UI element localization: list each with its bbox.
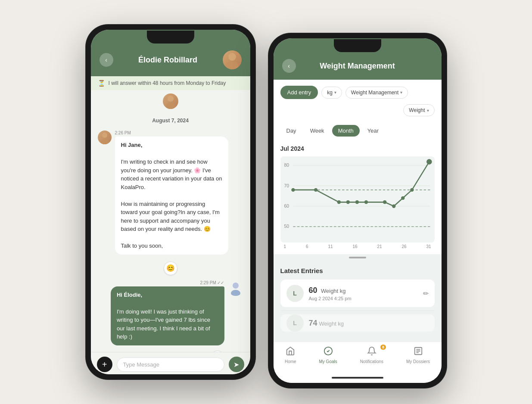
latest-entries-section: Latest Entries L 60 Weight kg Aug 2 2024… bbox=[274, 261, 442, 335]
chart-section: Jul 2024 80 70 60 50 bbox=[274, 140, 442, 254]
svg-point-20 bbox=[337, 200, 340, 204]
input-placeholder: Type Message bbox=[123, 361, 160, 368]
chat-input-area: + Type Message ➤ bbox=[91, 352, 250, 374]
nav-notifications-label: Notifications bbox=[360, 359, 383, 364]
latest-entries-title: Latest Entries bbox=[280, 267, 435, 274]
svg-text:70: 70 bbox=[284, 183, 289, 188]
back-button[interactable]: ‹ bbox=[100, 53, 113, 67]
contact-avatar bbox=[223, 50, 242, 69]
weight-screen: ‹ Weight Management Add entry kg ▾ Weigh… bbox=[274, 38, 442, 383]
svg-text:80: 80 bbox=[284, 162, 289, 168]
entry-icon-1: L bbox=[286, 285, 304, 302]
chevron-down-icon-3: ▾ bbox=[427, 108, 429, 113]
svg-point-2 bbox=[168, 96, 174, 102]
svg-point-26 bbox=[401, 196, 404, 200]
nav-goals-label: My Goals bbox=[319, 359, 337, 364]
svg-text:60: 60 bbox=[284, 203, 289, 208]
received-avatar bbox=[163, 93, 178, 109]
contact-name: Élodie Robillard bbox=[118, 56, 218, 65]
goals-icon bbox=[324, 346, 333, 358]
period-tabs: Day Week Month Year bbox=[274, 120, 442, 140]
nav-notifications[interactable]: 8 Notifications bbox=[360, 346, 383, 364]
emoji-button[interactable]: 😊 bbox=[164, 261, 177, 275]
sent-message-content: 2:29 PM ✓✓ Hi Élodie, I'm doing well! I … bbox=[111, 280, 224, 345]
svg-point-24 bbox=[383, 200, 386, 204]
wm-controls-row2: Weight ▾ bbox=[274, 104, 442, 120]
home-indicator-2 bbox=[274, 373, 442, 383]
svg-point-3 bbox=[166, 103, 175, 109]
svg-point-0 bbox=[228, 53, 236, 61]
entry-divider bbox=[280, 311, 435, 311]
bell-icon bbox=[367, 346, 376, 358]
chart-x-labels: 1 6 11 16 21 26 31 bbox=[280, 242, 435, 249]
sent-bubble: Hi Élodie, I'm doing well! I was just th… bbox=[111, 286, 224, 345]
svg-point-23 bbox=[364, 200, 367, 204]
status-text: I will answer within 48 hours from Monda… bbox=[109, 80, 226, 86]
add-entry-button[interactable]: Add entry bbox=[280, 86, 318, 99]
date-divider: August 7, 2024 bbox=[98, 118, 243, 124]
nav-home[interactable]: Home bbox=[285, 346, 296, 364]
bottom-nav: Home My Goals bbox=[274, 342, 442, 373]
emoji-button-2[interactable]: 😊 bbox=[211, 351, 224, 352]
clock-icon: ⏳ bbox=[98, 80, 105, 87]
nav-home-label: Home bbox=[285, 359, 296, 364]
emoji-reaction: 😊 bbox=[98, 261, 243, 275]
nav-dossiers-label: My Dossiers bbox=[406, 359, 430, 364]
entry-value-1: 60 bbox=[309, 286, 317, 295]
msg-avatar-sent bbox=[228, 280, 243, 296]
message-row-received: 2:26 PM Hi Jane, I'm writing to check in… bbox=[98, 131, 243, 255]
entry-info-1: 60 Weight kg Aug 2 2024 4:25 pm bbox=[309, 286, 418, 301]
svg-point-1 bbox=[226, 62, 238, 69]
entry-card-1: L 60 Weight kg Aug 2 2024 4:25 pm ✏ bbox=[280, 280, 435, 307]
edit-button-1[interactable]: ✏ bbox=[423, 289, 429, 298]
svg-point-27 bbox=[410, 188, 414, 192]
message-input[interactable]: Type Message bbox=[117, 357, 224, 372]
svg-point-28 bbox=[426, 159, 432, 165]
send-button[interactable]: ➤ bbox=[229, 357, 244, 372]
wm-back-button[interactable]: ‹ bbox=[282, 59, 296, 73]
svg-point-22 bbox=[355, 200, 358, 204]
entry-icon-2: L bbox=[286, 314, 304, 332]
nav-goals[interactable]: My Goals bbox=[319, 346, 337, 364]
entry-card-2: L 74 Weight kg bbox=[280, 314, 435, 332]
add-attachment-button[interactable]: + bbox=[97, 357, 112, 372]
tab-month[interactable]: Month bbox=[332, 125, 360, 137]
sent-time: 2:29 PM ✓✓ bbox=[111, 280, 224, 285]
wm-controls: Add entry kg ▾ Weight Management ▾ bbox=[274, 80, 442, 104]
chevron-down-icon: ▾ bbox=[334, 90, 336, 95]
chart-area: 80 70 60 50 bbox=[280, 156, 435, 242]
phone2-frame: ‹ Weight Management Add entry kg ▾ Weigh… bbox=[268, 33, 447, 388]
received-message-content: 2:26 PM Hi Jane, I'm writing to check in… bbox=[115, 131, 229, 255]
tab-week[interactable]: Week bbox=[304, 125, 330, 137]
tab-year[interactable]: Year bbox=[361, 125, 385, 137]
entry-unit-2: Weight kg bbox=[319, 320, 344, 327]
tab-day[interactable]: Day bbox=[280, 125, 302, 137]
svg-text:50: 50 bbox=[284, 224, 289, 229]
svg-point-6 bbox=[233, 283, 239, 289]
metric-dropdown[interactable]: Weight ▾ bbox=[403, 104, 434, 116]
received-time: 2:26 PM bbox=[115, 131, 229, 135]
svg-point-7 bbox=[231, 290, 240, 296]
svg-point-25 bbox=[392, 205, 395, 208]
category-dropdown[interactable]: Weight Management ▾ bbox=[345, 87, 408, 99]
entry-unit-1: Weight kg bbox=[321, 288, 346, 294]
chart-period-label: Jul 2024 bbox=[280, 145, 435, 152]
msg-avatar-received bbox=[98, 131, 112, 144]
entry-value-2: 74 bbox=[309, 319, 317, 328]
notch-2 bbox=[334, 39, 381, 52]
weight-chart: 80 70 60 50 bbox=[280, 156, 435, 242]
svg-point-19 bbox=[314, 188, 317, 192]
unit-dropdown[interactable]: kg ▾ bbox=[321, 87, 342, 99]
chevron-down-icon-2: ▾ bbox=[400, 90, 402, 95]
received-bubble: Hi Jane, I'm writing to check in and see… bbox=[115, 137, 229, 255]
notch bbox=[147, 31, 194, 44]
phone1-frame: ‹ Élodie Robillard ⏳ I will answer withi… bbox=[86, 25, 255, 379]
dossiers-icon bbox=[414, 346, 423, 358]
svg-point-4 bbox=[102, 133, 107, 138]
svg-point-18 bbox=[291, 188, 295, 192]
nav-dossiers[interactable]: My Dossiers bbox=[406, 346, 430, 364]
chat-messages: August 7, 2024 2:26 PM Hi Jane, I'm wri bbox=[91, 111, 250, 352]
message-row-sent: 2:29 PM ✓✓ Hi Élodie, I'm doing well! I … bbox=[98, 280, 243, 345]
svg-point-21 bbox=[346, 200, 349, 204]
notification-badge: 8 bbox=[380, 345, 386, 350]
